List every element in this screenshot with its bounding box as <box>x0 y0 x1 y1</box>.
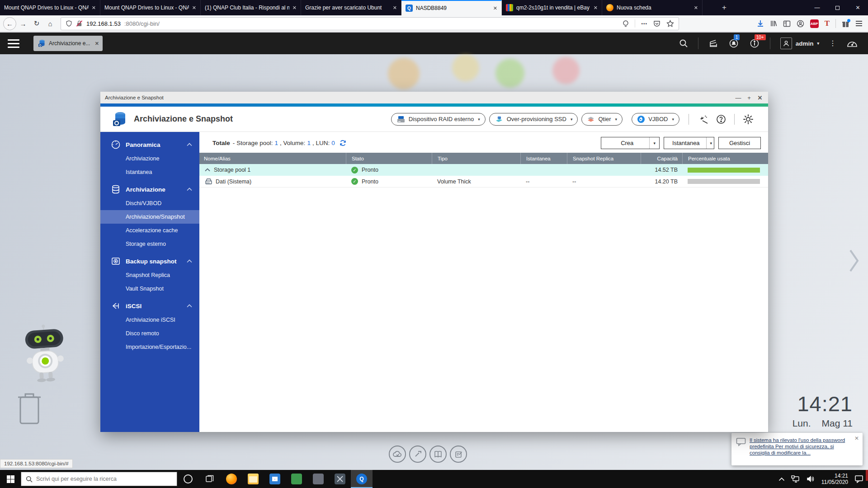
close-tab-icon[interactable]: ✕ <box>292 5 297 11</box>
toast-message[interactable]: Il sistema ha rilevato l'uso della passw… <box>750 437 851 456</box>
account-icon[interactable] <box>797 20 804 28</box>
cortana-icon[interactable] <box>177 470 199 488</box>
store-icon[interactable] <box>264 470 286 488</box>
url-bar[interactable]: 192.168.1.53:8080/cgi-bin/ ••• <box>61 17 679 30</box>
close-tab-icon[interactable]: ✕ <box>192 5 196 11</box>
background-tasks-icon[interactable] <box>708 38 718 48</box>
main-menu-icon[interactable] <box>0 39 27 48</box>
help-icon[interactable] <box>716 114 726 125</box>
notes-icon[interactable] <box>450 446 467 463</box>
network-icon[interactable] <box>791 475 800 483</box>
sidebar-item[interactable]: Disco remoto <box>100 327 199 340</box>
close-tab-icon[interactable]: ✕ <box>594 5 598 11</box>
myqnapcloud-link-icon[interactable] <box>389 446 406 463</box>
browser-tab[interactable]: NASDB8849 ✕ <box>401 0 502 15</box>
collapse-caret-icon[interactable] <box>205 168 210 172</box>
sidebar-item[interactable]: Dischi/VJBOD <box>100 197 199 210</box>
minimize-app-button[interactable]: — <box>734 94 743 101</box>
app-green-icon[interactable] <box>286 470 307 488</box>
window-titlebar[interactable]: Archiviazione e Snapshot — + ✕ <box>100 92 768 103</box>
close-tab-icon[interactable]: ✕ <box>393 5 397 11</box>
firefox-icon[interactable] <box>221 470 242 488</box>
file-explorer-icon[interactable] <box>242 470 264 488</box>
chevron-down-icon[interactable]: ▾ <box>706 137 716 149</box>
col-name[interactable]: Nome/Alias <box>199 153 346 164</box>
task-view-icon[interactable] <box>199 470 221 488</box>
app-gray-icon[interactable] <box>307 470 329 488</box>
forward-button[interactable]: → <box>16 20 30 28</box>
external-raid-dropdown[interactable]: Dispositivo RAID esterno ▾ <box>391 113 486 126</box>
sidebar-item[interactable]: Vault Snapshot <box>100 282 199 296</box>
browser-tab[interactable]: Mount QNAP Drives to Linux - QNA ✕ <box>100 0 201 15</box>
sidebar-section-archiviazione[interactable]: Archiviazione <box>100 182 199 197</box>
sidebar-section-iscsi[interactable]: iSCSI <box>100 299 199 313</box>
close-window-button[interactable]: ✕ <box>848 0 868 15</box>
qfinder-icon[interactable]: Q <box>351 470 373 488</box>
close-tab-icon[interactable]: ✕ <box>92 5 96 11</box>
start-icon[interactable] <box>0 470 21 488</box>
table-row[interactable]: Storage pool 1 ✓Pronto 14.52 TB <box>199 164 768 176</box>
menu-icon[interactable] <box>855 20 863 27</box>
download-icon[interactable] <box>757 20 764 27</box>
sidebar-item[interactable]: Archiviazione <box>100 152 199 165</box>
reload-button[interactable]: ↻ <box>30 19 43 28</box>
bookmark-star-icon[interactable] <box>666 20 674 27</box>
col-used[interactable]: Percentuale usata <box>682 153 768 164</box>
create-button[interactable]: Crea▾ <box>601 137 660 149</box>
col-capacity[interactable]: Capacità <box>641 153 682 164</box>
taskbar-search[interactable] <box>21 472 177 486</box>
search-icon[interactable] <box>679 39 688 48</box>
events-icon[interactable]: 10+ <box>749 38 760 49</box>
col-status[interactable]: Stato <box>346 153 432 164</box>
chevron-down-icon[interactable]: ▾ <box>649 137 659 149</box>
volume-icon[interactable] <box>807 475 815 483</box>
close-toast-icon[interactable]: ✕ <box>854 435 859 441</box>
snapshot-button[interactable]: Istantanea▾ <box>664 137 714 149</box>
browser-tab[interactable]: Nuova scheda ✕ <box>602 0 703 15</box>
slide-right-icon[interactable] <box>848 248 860 274</box>
sidebar-section-panoramica[interactable]: Panoramica <box>100 137 199 152</box>
browser-tab[interactable]: Mount QNAP Drives to Linux - QNA ✕ <box>0 0 100 15</box>
tray-clock[interactable]: 14:21 11/05/2020 <box>821 473 848 485</box>
shield-icon[interactable] <box>66 20 72 27</box>
gear-icon[interactable] <box>742 113 754 125</box>
wand-icon[interactable] <box>698 114 709 125</box>
col-replica[interactable]: Snapshot Replica <box>567 153 641 164</box>
browser-tab[interactable]: (1) QNAP Club Italia - Rispondi al m ✕ <box>201 0 301 15</box>
pocket-icon[interactable] <box>653 20 660 27</box>
kebab-icon[interactable]: ⋮ <box>829 41 836 46</box>
chevron-up-icon[interactable] <box>187 143 192 146</box>
admin-menu[interactable]: admin ▾ <box>780 38 819 49</box>
vjbod-dropdown[interactable]: VJBOD ▾ <box>632 113 679 126</box>
col-type[interactable]: Tipo <box>432 153 520 164</box>
close-icon[interactable]: ✕ <box>95 41 99 47</box>
new-tab-button[interactable]: + <box>717 0 732 15</box>
qtier-dropdown[interactable]: Qtier ▾ <box>581 113 623 126</box>
close-tab-icon[interactable]: ✕ <box>493 5 497 11</box>
sidebar-item[interactable]: Istantanea <box>100 165 199 179</box>
tools-icon[interactable] <box>409 446 426 463</box>
refresh-icon[interactable] <box>340 140 346 146</box>
close-app-button[interactable]: ✕ <box>755 94 764 101</box>
search-input[interactable] <box>36 476 163 482</box>
sidebar-item[interactable]: Storage esterno <box>100 237 199 251</box>
manage-button[interactable]: Gestisci <box>718 137 761 149</box>
sidebar-section-backup-snapshot[interactable]: Backup snapshot <box>100 254 199 268</box>
chevron-up-icon[interactable] <box>187 259 192 263</box>
sidebar-item[interactable]: Archiviazione iSCSI <box>100 313 199 327</box>
chevron-up-icon[interactable] <box>187 304 192 308</box>
sidebar-item[interactable]: Importazione/Esportazio... <box>100 340 199 354</box>
notifications-icon[interactable]: 1 <box>728 38 739 49</box>
maximize-app-button[interactable]: + <box>745 94 754 101</box>
lightbulb-icon[interactable] <box>623 20 629 28</box>
sidebar-icon[interactable] <box>783 20 791 27</box>
guide-book-icon[interactable] <box>429 446 447 463</box>
col-snapshot[interactable]: Istantanea <box>520 153 567 164</box>
page-actions-icon[interactable]: ••• <box>641 21 647 26</box>
browser-tab[interactable]: Grazie per aver scaricato Ubunt ✕ <box>301 0 401 15</box>
chevron-up-icon[interactable] <box>187 188 192 191</box>
tampermonkey-icon[interactable]: T <box>825 19 830 28</box>
library-icon[interactable] <box>770 20 777 27</box>
tools-icon[interactable] <box>329 470 351 488</box>
table-row[interactable]: Dati (Sistema) ✓Pronto Volume Thick -- -… <box>199 176 768 188</box>
